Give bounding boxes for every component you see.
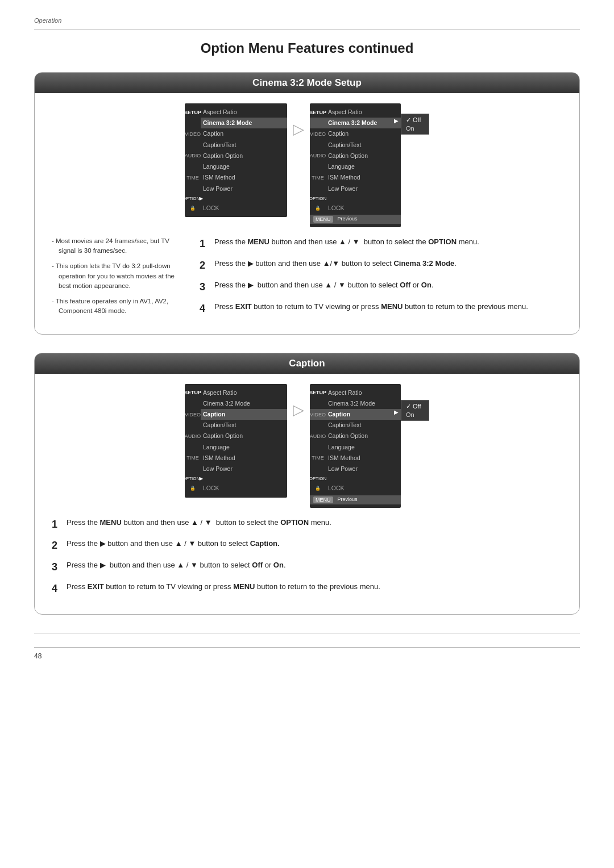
menu-row: 🔒 LOCK [185,203,287,214]
option-on: On [406,125,424,132]
menu-row: Low Power [185,183,287,194]
menu-previous-label: Previous [338,216,358,223]
menu-row: TIME ISM Method [310,453,401,464]
menu-previous-label: Previous [338,496,358,503]
menu-row: AUDIO Caption Option [185,151,287,161]
video-icon [310,140,326,151]
caption-step-1: 1 Press the MENU button and then use ▲ /… [52,517,562,533]
lock-icon: 🔒 [185,203,201,214]
menu-row: Language [185,161,287,172]
time-icon [310,464,326,474]
menu-row: 🔒 LOCK [185,483,287,494]
time-icon [185,464,201,474]
caption-menu-panel-left: SETUP Aspect Ratio Cinema 3:2 Mode VIDEO… [185,384,287,498]
video-icon [185,420,201,431]
lock-icon: 🔒 [185,483,201,494]
menu-row: Cinema 3:2 Mode [185,118,287,128]
menu-row: SETUP Aspect Ratio [185,107,287,118]
menu-row: Caption/Text [185,420,287,431]
bottom-divider [34,633,580,633]
caption-menu-bottom-bar: MENU Previous [310,495,401,504]
menu-row: AUDIO Caption Option [185,431,287,441]
option-icon: OPTION▶ [185,194,201,203]
menu-row: 🔒 LOCK [310,483,401,494]
note-3: - This feature operates only in AV1, AV2… [52,297,177,316]
setup-icon: SETUP [310,107,326,118]
menu-row: TIME ISM Method [185,453,287,464]
menu-row: AUDIO Caption Option [310,431,401,441]
menu-row: VIDEO Caption [185,409,287,420]
section-caption: Caption SETUP Aspect Ratio Cinema 3:2 Mo… [34,353,580,615]
lock-icon: 🔒 [310,203,326,214]
section-caption-header: Caption [35,353,579,374]
option-icon: OPTION [310,194,326,203]
menu-row: Low Power [185,464,287,474]
top-divider [34,30,580,30]
video-icon: VIDEO [310,409,326,420]
video-icon: VIDEO [185,409,201,420]
caption-panels: SETUP Aspect Ratio Cinema 3:2 Mode VIDEO… [35,384,579,508]
step-3: 3 Press the ▶ button and then use ▲ / ▼ … [200,279,562,295]
cinema-menu-panel-right-container: SETUP Aspect Ratio Cinema 3:2 Mode ▶ VID… [310,103,429,227]
caption-arrow-indicator: ▷ [293,384,304,419]
menu-key: MENU [313,216,333,223]
menu-key: MENU [313,496,333,503]
setup-icon [185,118,201,128]
audio-icon: AUDIO [185,151,201,161]
section-cinema-mode: Cinema 3:2 Mode Setup SETUP Aspect Ratio… [34,72,580,335]
caption-options-popup: ✓ Off On [401,400,429,421]
step-4: 4 Press EXIT button to return to TV view… [200,301,562,317]
note-1: - Most movies are 24 frames/sec, but TV … [52,236,177,256]
menu-row: OPTION [310,194,401,203]
menu-row: Cinema 3:2 Mode [310,398,401,409]
option-icon: OPTION [310,474,326,483]
setup-icon [185,398,201,409]
audio-icon: AUDIO [185,431,201,441]
audio-icon [310,161,326,172]
setup-icon: SETUP [185,387,201,398]
menu-row: Cinema 3:2 Mode [185,398,287,409]
setup-icon [310,398,326,409]
time-icon [310,183,326,194]
cinema-menu-panel-left: SETUP Aspect Ratio Cinema 3:2 Mode VIDEO… [185,103,287,217]
breadcrumb: Operation [34,17,580,24]
menu-row: Language [310,442,401,453]
caption-steps: 1 Press the MENU button and then use ▲ /… [52,517,562,603]
step-1: 1 Press the MENU button and then use ▲ /… [200,236,562,252]
menu-row: OPTION▶ [185,474,287,483]
section-cinema-header: Cinema 3:2 Mode Setup [35,73,579,93]
menu-row: OPTION [310,474,401,483]
page-title: Option Menu Features continued [34,40,580,56]
menu-row: Caption/Text [185,140,287,151]
setup-icon: SETUP [310,387,326,398]
caption-option-off: ✓ Off [406,403,424,410]
caption-menu-panel-right: SETUP Aspect Ratio Cinema 3:2 Mode VIDEO… [310,384,401,508]
audio-icon [185,161,201,172]
cinema-notes-steps: - Most movies are 24 frames/sec, but TV … [35,227,579,323]
menu-row: SETUP Aspect Ratio [310,387,401,398]
menu-row: SETUP Aspect Ratio [185,387,287,398]
caption-option-on: On [406,411,424,418]
option-off: ✓ Off [406,116,424,124]
time-icon: TIME [310,453,326,464]
lock-icon: 🔒 [310,483,326,494]
menu-row: VIDEO Caption [310,128,401,139]
cinema-steps: 1 Press the MENU button and then use ▲ /… [188,236,562,323]
menu-row: Language [185,442,287,453]
arrow-indicator: ▷ [293,103,304,138]
menu-row: Cinema 3:2 Mode ▶ [310,118,401,128]
menu-row: Low Power [310,183,401,194]
menu-row: Language [310,161,401,172]
step-2: 2 Press the ▶ button and then use ▲/▼ bu… [200,258,562,274]
caption-step-3: 3 Press the ▶ button and then use ▲ / ▼ … [52,560,562,575]
time-icon [185,183,201,194]
time-icon: TIME [310,172,326,183]
page: Operation Option Menu Features continued… [0,0,614,683]
menu-row: Caption/Text [310,140,401,151]
menu-row: VIDEO Caption [185,128,287,139]
caption-step-2: 2 Press the ▶ button and then use ▲ / ▼ … [52,538,562,554]
time-icon: TIME [185,453,201,464]
audio-icon: AUDIO [310,431,326,441]
video-icon [185,140,201,151]
menu-row: Caption/Text [310,420,401,431]
